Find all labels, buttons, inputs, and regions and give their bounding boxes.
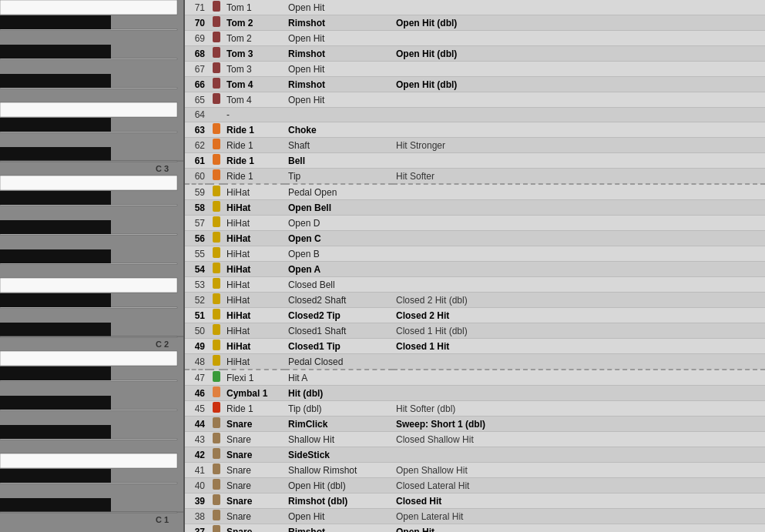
midi-number: 55 xyxy=(185,246,210,262)
midi-number: 66 xyxy=(185,77,210,92)
alt-articulation xyxy=(393,354,765,370)
instrument-name: Tom 2 xyxy=(223,31,285,46)
table-row: 68Tom 3RimshotOpen Hit (dbl) xyxy=(185,46,765,62)
table-row: 44SnareRimClickSweep: Short 1 (dbl) xyxy=(185,417,765,432)
midi-number: 64 xyxy=(185,108,210,122)
table-row: 40SnareOpen Hit (dbl)Closed Lateral Hit xyxy=(185,478,765,494)
midi-number: 61 xyxy=(185,153,210,169)
alt-articulation: Sweep: Short 1 (dbl) xyxy=(393,417,765,432)
articulation: Open Bell xyxy=(285,200,393,216)
midi-number: 50 xyxy=(185,323,210,339)
alt-articulation xyxy=(393,447,765,463)
alt-articulation: Closed 2 Hit xyxy=(393,308,765,323)
articulation: Bell xyxy=(285,153,393,169)
articulation: Rimshot xyxy=(285,77,393,92)
articulation: Tip xyxy=(285,169,393,185)
alt-articulation xyxy=(393,246,765,262)
articulation: Rimshot (dbl) xyxy=(285,494,393,509)
table-row: 43SnareShallow HitClosed Shallow Hit xyxy=(185,432,765,447)
color-indicator xyxy=(210,62,223,77)
alt-articulation xyxy=(393,31,765,46)
midi-number: 43 xyxy=(185,432,210,447)
alt-articulation xyxy=(393,122,765,138)
alt-articulation: Closed Hit xyxy=(393,494,765,509)
table-row: 50HiHatClosed1 ShaftClosed 1 Hit (dbl) xyxy=(185,323,765,339)
alt-articulation: Hit Softer xyxy=(393,169,765,185)
table-row: 52HiHatClosed2 ShaftClosed 2 Hit (dbl) xyxy=(185,293,765,308)
articulation: Open Hit xyxy=(285,92,393,108)
alt-articulation: Open Hit (dbl) xyxy=(393,46,765,62)
midi-number: 54 xyxy=(185,262,210,277)
color-indicator xyxy=(210,417,223,432)
articulation: Shaft xyxy=(285,138,393,153)
midi-number: 63 xyxy=(185,122,210,138)
instrument-name: HiHat xyxy=(223,308,285,323)
alt-articulation: Closed Lateral Hit xyxy=(393,478,765,494)
instrument-name: Ride 1 xyxy=(223,122,285,138)
alt-articulation: Open Lateral Hit xyxy=(393,509,765,524)
articulation: Open B xyxy=(285,246,393,262)
alt-articulation: Closed 2 Hit (dbl) xyxy=(393,293,765,308)
color-indicator xyxy=(210,122,223,138)
color-indicator xyxy=(210,463,223,478)
instrument-name: Snare xyxy=(223,494,285,509)
alt-articulation xyxy=(393,386,765,401)
midi-number: 37 xyxy=(185,524,210,533)
articulation: Hit (dbl) xyxy=(285,386,393,401)
midi-number: 49 xyxy=(185,339,210,354)
alt-articulation: Open Hit (dbl) xyxy=(393,77,765,92)
articulation: Pedal Open xyxy=(285,184,393,200)
table-row: 61Ride 1Bell xyxy=(185,153,765,169)
table-row: 60Ride 1TipHit Softer xyxy=(185,169,765,185)
articulation: Pedal Closed xyxy=(285,354,393,370)
instrument-name: HiHat xyxy=(223,200,285,216)
instrument-name: Ride 1 xyxy=(223,153,285,169)
table-row: 65Tom 4Open Hit xyxy=(185,92,765,108)
instrument-name: Tom 4 xyxy=(223,77,285,92)
table-row: 56HiHatOpen C xyxy=(185,231,765,246)
midi-number: 69 xyxy=(185,31,210,46)
table-row: 55HiHatOpen B xyxy=(185,246,765,262)
articulation: Closed2 Tip xyxy=(285,308,393,323)
alt-articulation xyxy=(393,370,765,386)
articulation: Open Hit xyxy=(285,62,393,77)
midi-number: 45 xyxy=(185,401,210,417)
color-indicator xyxy=(210,216,223,231)
instrument-name: Tom 3 xyxy=(223,62,285,77)
instrument-name: HiHat xyxy=(223,339,285,354)
instrument-name: Tom 2 xyxy=(223,15,285,31)
alt-articulation: Closed 1 Hit xyxy=(393,339,765,354)
instrument-name: - xyxy=(223,108,285,122)
alt-articulation xyxy=(393,62,765,77)
midi-number: 41 xyxy=(185,463,210,478)
articulation: Closed2 Shaft xyxy=(285,293,393,308)
table-row: 42SnareSideStick xyxy=(185,447,765,463)
table-row: 37SnareRimshotOpen Hit xyxy=(185,524,765,533)
color-indicator xyxy=(210,478,223,494)
instrument-name: Snare xyxy=(223,524,285,533)
alt-articulation: Hit Softer (dbl) xyxy=(393,401,765,417)
articulation: Open Hit xyxy=(285,31,393,46)
note-table-container[interactable]: 71Tom 1Open Hit70Tom 2RimshotOpen Hit (d… xyxy=(185,0,765,532)
midi-number: 70 xyxy=(185,15,210,31)
alt-articulation xyxy=(393,0,765,15)
midi-number: 68 xyxy=(185,46,210,62)
alt-articulation xyxy=(393,184,765,200)
color-indicator xyxy=(210,231,223,246)
instrument-name: Snare xyxy=(223,478,285,494)
midi-number: 65 xyxy=(185,92,210,108)
midi-number: 60 xyxy=(185,169,210,185)
midi-number: 40 xyxy=(185,478,210,494)
color-indicator xyxy=(210,401,223,417)
articulation: Open Hit xyxy=(285,0,393,15)
articulation: Open Hit (dbl) xyxy=(285,478,393,494)
alt-articulation xyxy=(393,200,765,216)
color-indicator xyxy=(210,262,223,277)
color-indicator xyxy=(210,509,223,524)
midi-number: 57 xyxy=(185,216,210,231)
articulation: Rimshot xyxy=(285,524,393,533)
alt-articulation xyxy=(393,92,765,108)
color-indicator xyxy=(210,108,223,122)
color-indicator xyxy=(210,432,223,447)
midi-number: 62 xyxy=(185,138,210,153)
